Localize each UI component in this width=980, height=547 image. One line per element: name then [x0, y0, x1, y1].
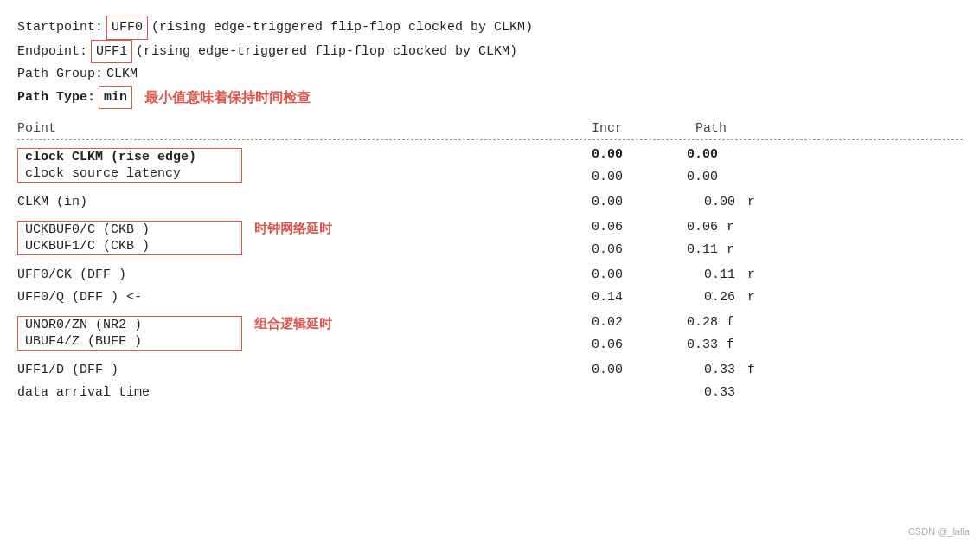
header-section: Startpoint: UFF0 (rising edge-triggered …: [17, 16, 963, 109]
col-path-header: Path: [623, 121, 727, 136]
table-row: data arrival time0.33: [17, 381, 963, 403]
endpoint-box: UFF1: [91, 40, 132, 64]
pathtype-line: Path Type: min 最小值意味着保持时间检查: [17, 86, 963, 110]
startpoint-line: Startpoint: UFF0 (rising edge-triggered …: [17, 16, 963, 40]
startpoint-box: UFF0: [106, 16, 148, 40]
table-row: UFF0/Q (DFF ) <-0.140.26r: [17, 286, 963, 308]
table-row-group: UNOR0/ZN (NR2 )UBUF4/Z (BUFF )组合逻辑延时0.02…: [17, 308, 963, 358]
table-row-group: UCKBUF0/C (CKB )UCKBUF1/C (CKB )时钟网络延时0.…: [17, 213, 963, 263]
table-row: CLKM (in)0.000.00r: [17, 190, 963, 213]
table-body: clock CLKM (rise edge)clock source laten…: [17, 140, 963, 403]
endpoint-desc: (rising edge-triggered flip-flop clocked…: [136, 41, 517, 63]
col-point-header: Point: [17, 121, 519, 136]
pathtype-box: min: [99, 86, 132, 110]
pathgroup-label: Path Group:: [17, 63, 103, 86]
table-row-group: clock CLKM (rise edge)clock source laten…: [17, 140, 963, 190]
table-row: UFF1/D (DFF )0.000.33f: [17, 358, 963, 381]
timing-table: Point Incr Path clock CLKM (rise edge)cl…: [17, 121, 963, 403]
pathgroup-line: Path Group: CLKM: [17, 63, 963, 86]
pathgroup-value: CLKM: [106, 63, 138, 86]
table-row: UFF0/CK (DFF )0.000.11r: [17, 263, 963, 286]
startpoint-desc: (rising edge-triggered flip-flop clocked…: [151, 16, 533, 39]
watermark: CSDN @_lalla: [908, 526, 970, 537]
endpoint-line: Endpoint: UFF1 (rising edge-triggered fl…: [17, 40, 963, 64]
pathtype-annotation: 最小值意味着保持时间检查: [144, 86, 311, 109]
pathtype-label: Path Type:: [17, 87, 95, 109]
endpoint-label: Endpoint:: [17, 41, 87, 63]
col-incr-header: Incr: [519, 121, 623, 136]
table-header: Point Incr Path: [17, 121, 963, 140]
startpoint-label: Startpoint:: [17, 16, 103, 39]
